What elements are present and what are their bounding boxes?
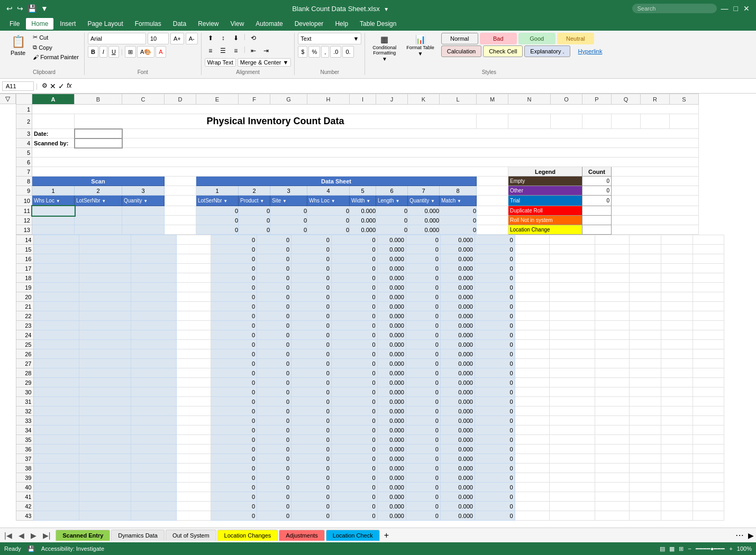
col-header-O[interactable]: O [551,94,582,105]
cell-reference-box[interactable]: A11 [2,81,34,91]
minimize-button[interactable]: — [720,3,730,14]
percent-button[interactable]: % [308,46,320,58]
col-header-E[interactable]: E [196,94,239,105]
cell-B13[interactable] [75,225,122,235]
cell-A12[interactable] [32,216,75,225]
redo-button[interactable]: ↪ [16,3,24,14]
format-painter-button[interactable]: 🖌 Format Painter [31,53,81,61]
close-button[interactable]: ✕ [742,3,751,14]
maximize-button[interactable]: □ [733,3,739,14]
underline-button[interactable]: U [108,46,119,58]
comma-button[interactable]: , [321,46,329,58]
col-header-F[interactable]: F [239,94,270,105]
select-all-button[interactable]: ▽ [0,94,15,104]
align-left-button[interactable]: ≡ [205,45,216,56]
wrap-text-button[interactable]: Wrap Text [205,58,236,67]
col-header-J[interactable]: J [376,94,408,105]
sheet-options-button[interactable]: ⋯ [735,530,748,540]
cell-K12[interactable]: 0.000 [408,216,440,225]
menu-developer[interactable]: Developer [289,18,329,30]
cell-date-value[interactable] [75,129,122,138]
cell-A11[interactable] [32,206,75,216]
col-match[interactable]: Match ▼ [440,196,477,206]
cell-O2[interactable] [551,114,582,129]
cell-F11[interactable]: 0 [239,206,270,216]
format-table-button[interactable]: 📊 Format Table ▼ [403,33,437,58]
cell-J11[interactable]: 0 [376,206,408,216]
col-quantity[interactable]: Quantity ▼ [408,196,440,206]
text-direction-button[interactable]: ⟲ [248,33,259,43]
menu-help[interactable]: Help [330,18,353,30]
col-header-N[interactable]: N [508,94,551,105]
style-normal[interactable]: Normal [441,33,478,44]
cell-A1[interactable] [32,105,699,114]
style-check-cell[interactable]: Check Cell [483,45,523,57]
col-header-K[interactable]: K [408,94,440,105]
undo-button[interactable]: ↩ [5,3,14,14]
indent-decrease-button[interactable]: ⇤ [248,45,259,56]
cell-K11[interactable]: 0.000 [408,206,440,216]
col-header-S[interactable]: S [670,94,699,105]
menu-table-design[interactable]: Table Design [354,18,402,30]
col-product[interactable]: Product ▼ [239,196,270,206]
col-header-P[interactable]: P [582,94,612,105]
tab-location-check[interactable]: Location Check [326,530,380,541]
cell-C13[interactable] [122,225,165,235]
menu-home[interactable]: Home [26,18,53,30]
cell-A13[interactable] [32,225,75,235]
cell-C12[interactable] [122,216,165,225]
formula-settings-icon[interactable]: ⚙ [42,82,48,90]
col-header-C[interactable]: C [122,94,165,105]
menu-file[interactable]: File [4,18,25,30]
first-tab-button[interactable]: |◀ [2,530,14,541]
cell-J12[interactable]: 0 [376,216,408,225]
borders-button[interactable]: ⊞ [125,46,136,58]
menu-data[interactable]: Data [168,18,192,30]
style-explanatory[interactable]: Explanatory . [524,45,570,57]
col-header-G[interactable]: G [270,94,307,105]
col-header-A[interactable]: A [32,94,75,105]
col-header-R[interactable]: R [641,94,670,105]
align-right-button[interactable]: ≡ [230,45,242,56]
menu-formulas[interactable]: Formulas [130,18,167,30]
cell-P2[interactable] [582,114,612,129]
cell-C11[interactable] [122,206,165,216]
cell-scannedby-value[interactable] [75,138,122,148]
conditional-formatting-button[interactable]: ▦ ConditionalFormatting ▼ [369,33,399,63]
style-good[interactable]: Good [518,33,555,44]
cell-L12[interactable]: 0 [440,216,477,225]
scroll-right-button[interactable]: ▶ [748,531,754,540]
add-sheet-button[interactable]: + [384,531,389,540]
copy-button[interactable]: ⧉ Copy [31,43,81,52]
col-header-B[interactable]: B [75,94,122,105]
cell-H12[interactable]: 0 [307,216,350,225]
tab-adjustments[interactable]: Adjustments [279,530,325,541]
cell-G12[interactable]: 0 [270,216,307,225]
align-top-button[interactable]: ⬆ [205,33,216,43]
merge-cells-button[interactable]: Merge & Center ▼ [238,58,292,67]
save-button[interactable]: 💾 [26,3,38,14]
cell-G11[interactable]: 0 [270,206,307,216]
menu-view[interactable]: View [225,18,250,30]
increase-decimal-button[interactable]: .0 [330,46,341,58]
cell-H11[interactable]: 0 [307,206,350,216]
menu-insert[interactable]: Insert [54,18,81,30]
paste-button[interactable]: 📋 Paste [7,33,29,58]
customize-qa-button[interactable]: ▼ [40,3,49,14]
cell-R2[interactable] [641,114,670,129]
next-tab-button[interactable]: ▶ [29,530,39,541]
col-width[interactable]: Width ▼ [350,196,376,206]
style-calculation[interactable]: Calculation [441,45,481,57]
cut-button[interactable]: ✂ Cut [31,33,81,42]
align-middle-button[interactable]: ↕ [217,33,229,43]
style-hyperlink[interactable]: Hyperlink [572,45,609,57]
col-header-Q[interactable]: Q [612,94,641,105]
bold-button[interactable]: B [88,46,98,58]
col-lotser-nbr[interactable]: LotSerNbr ▼ [75,196,122,206]
cell-F12[interactable]: 0 [239,216,270,225]
align-bottom-button[interactable]: ⬇ [230,33,242,43]
font-name-selector[interactable]: Arial [88,33,146,44]
col-header-I[interactable]: I [350,94,376,105]
col-length[interactable]: Length ▼ [376,196,408,206]
dropdown-arrow-title[interactable]: ▼ [384,6,389,12]
